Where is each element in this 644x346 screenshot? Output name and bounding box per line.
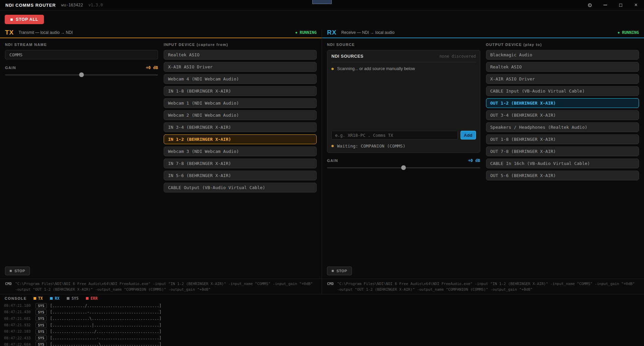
tx-gain-slider-thumb[interactable] — [79, 72, 84, 77]
device-item[interactable]: CABLE Output (VB-Audio Virtual Cable) — [164, 183, 317, 192]
rx-gain-row: GAIN +0 dB — [327, 158, 480, 163]
log-spinner-bar: [...................-...................… — [50, 336, 161, 340]
manual-source-row: Add — [331, 131, 476, 139]
log-tag-badge: SYS — [36, 323, 47, 328]
device-item[interactable]: Blackmagic Audio — [486, 50, 639, 60]
device-item[interactable]: Realtek ASIO — [486, 62, 639, 72]
log-timestamp: 08:47:22.684 — [4, 342, 32, 346]
device-item[interactable]: Speakers / Headphones (Realtek Audio) — [486, 122, 639, 132]
legend-square-icon — [67, 297, 69, 300]
gear-icon[interactable] — [587, 2, 592, 8]
console-log-line: 08:47:21.932 SYS [.................|....… — [4, 322, 640, 328]
ndi-sources-box: NDI SOURCES none discovered Scanning... … — [327, 50, 480, 153]
device-item-label: CABLE In 16ch (VB-Audio Virtual Cable) — [490, 161, 590, 166]
legend-label: SYS — [71, 296, 78, 301]
tx-stop-button[interactable]: STOP — [5, 267, 30, 275]
rx-status-badge: RUNNING — [618, 30, 639, 35]
console-legend-item[interactable]: ERR — [86, 296, 98, 301]
device-item[interactable]: IN 1-2 (BEHRINGER X-AIR) — [164, 134, 317, 144]
rx-gain-slider-thumb[interactable] — [401, 165, 406, 170]
tx-status-dot-icon — [296, 32, 297, 34]
device-item[interactable]: X-AIR ASIO Driver — [164, 62, 317, 72]
log-tag-badge: SYS — [36, 342, 47, 346]
rx-panel-subtitle: Receive — NDI → local audio — [341, 30, 394, 35]
legend-label: RX — [55, 296, 59, 301]
device-item[interactable]: OUT 1-2 (BEHRINGER X-AIR) — [486, 98, 639, 108]
console-legend-item[interactable]: TX — [34, 296, 43, 301]
device-item-label: IN 1-2 (BEHRINGER X-AIR) — [168, 137, 231, 142]
log-tag-badge: SYS — [36, 303, 47, 308]
device-item-label: OUT 1-2 (BEHRINGER X-AIR) — [490, 101, 556, 106]
tx-panel-body: NDI STREAM NAME GAIN +0 dB INPUT DEVICE … — [0, 38, 322, 267]
add-source-button[interactable]: Add — [461, 131, 476, 139]
scanning-dot-icon — [331, 68, 334, 70]
device-item[interactable]: X-AIR ASIO Driver — [486, 74, 639, 84]
stop-square-icon — [10, 18, 13, 21]
sources-spacer — [331, 71, 476, 131]
rx-panel-footer: STOP — [322, 267, 644, 279]
device-item-label: OUT 3-4 (BEHRINGER X-AIR) — [490, 113, 556, 118]
app-title: NDI COMMS ROUTER — [5, 3, 56, 8]
waiting-dot-icon — [331, 145, 334, 147]
console-legend-item[interactable]: SYS — [67, 296, 78, 301]
tx-panel-code: TX — [5, 29, 14, 36]
log-timestamp: 08:47:21.681 — [4, 316, 32, 321]
device-item-label: IN 1-8 (BEHRINGER X-AIR) — [168, 89, 231, 94]
maximize-icon[interactable] — [618, 2, 623, 8]
device-item[interactable]: CABLE Input (VB-Audio Virtual Cable) — [486, 86, 639, 96]
device-item[interactable]: Realtek ASIO — [164, 50, 317, 60]
rx-status-label: RUNNING — [622, 30, 639, 35]
minimize-icon[interactable] — [602, 2, 608, 8]
console-log-line: 08:47:22.433 SYS [...................-..… — [4, 335, 640, 341]
stop-all-label: STOP ALL — [16, 17, 38, 22]
console-log-line: 08:47:21.430 SYS [...............-......… — [4, 309, 640, 315]
log-timestamp: 08:47:21.430 — [4, 310, 32, 314]
device-item[interactable]: OUT 1-8 (BEHRINGER X-AIR) — [486, 134, 639, 144]
device-item[interactable]: Webcam 4 (NDI Webcam Audio) — [164, 74, 317, 84]
device-item-label: Realtek ASIO — [168, 52, 200, 57]
close-icon[interactable]: × — [633, 2, 639, 8]
device-item[interactable]: OUT 5-6 (BEHRINGER X-AIR) — [486, 171, 639, 180]
device-item[interactable]: IN 5-6 (BEHRINGER X-AIR) — [164, 171, 317, 180]
device-item[interactable]: CABLE In 16ch (VB-Audio Virtual Cable) — [486, 159, 639, 168]
log-spinner-bar: [...............-.......................… — [50, 310, 161, 314]
console-legend-item[interactable]: RX — [50, 296, 59, 301]
toolbar: STOP ALL — [0, 10, 644, 24]
rx-panel: RX Receive — NDI → local audio RUNNING N… — [322, 29, 644, 294]
ndi-sources-badge: none discovered — [439, 54, 476, 59]
device-item[interactable]: OUT 7-8 (BEHRINGER X-AIR) — [486, 147, 639, 156]
stop-all-button[interactable]: STOP ALL — [5, 15, 44, 24]
console-log-line: 08:47:21.681 SYS [................\.....… — [4, 315, 640, 322]
tx-gain-label: GAIN — [5, 66, 16, 70]
app-window: NDI COMMS ROUTER wu-163422 v1.3.0 × STOP… — [0, 0, 644, 346]
device-item[interactable]: IN 3-4 (BEHRINGER X-AIR) — [164, 122, 317, 132]
device-item-label: CABLE Input (VB-Audio Virtual Cable) — [490, 89, 585, 94]
device-item[interactable]: IN 1-8 (BEHRINGER X-AIR) — [164, 86, 317, 96]
tx-gain-value: +0 dB — [146, 65, 158, 70]
device-item-label: CABLE Output (VB-Audio Virtual Cable) — [168, 185, 265, 190]
tx-gain-slider[interactable] — [5, 72, 158, 77]
rx-device-column: OUTPUT DEVICE (play to) Blackmagic Audio… — [486, 43, 639, 267]
manual-source-input[interactable] — [331, 131, 458, 139]
rx-gain-slider[interactable] — [327, 165, 480, 170]
log-spinner-bar: [....................\..................… — [50, 342, 161, 346]
tx-cmd-text: "C:\Program Files\NDI\NDI 6 Free Audio\x… — [15, 281, 317, 294]
waiting-text: Waiting: COMPANION (COMMS) — [337, 143, 406, 149]
tx-stop-label: STOP — [14, 269, 25, 273]
device-item[interactable]: Webcam 1 (NDI Webcam Audio) — [164, 98, 317, 108]
log-tag-badge: SYS — [36, 309, 47, 315]
log-spinner-bar: [............../........................… — [50, 303, 161, 308]
device-item[interactable]: Webcam 2 (NDI Webcam Audio) — [164, 110, 317, 120]
device-item[interactable]: OUT 3-4 (BEHRINGER X-AIR) — [486, 110, 639, 120]
log-spinner-bar: [................../....................… — [50, 329, 161, 334]
panels: TX Transmit — local audio → NDI RUNNING … — [0, 29, 644, 294]
rx-stop-button[interactable]: STOP — [327, 267, 352, 275]
rx-output-device-list: Blackmagic Audio Realtek ASIO X-AIR ASIO… — [486, 50, 639, 180]
device-item[interactable]: IN 7-8 (BEHRINGER X-AIR) — [164, 159, 317, 168]
tx-stream-name-input[interactable] — [5, 50, 158, 59]
device-item[interactable]: Webcam 3 (NDI Webcam Audio) — [164, 147, 317, 156]
legend-square-icon — [86, 297, 89, 300]
tx-settings-column: NDI STREAM NAME GAIN +0 dB — [5, 43, 158, 267]
tx-status-badge: RUNNING — [296, 30, 317, 35]
rx-stop-label: STOP — [336, 269, 347, 273]
